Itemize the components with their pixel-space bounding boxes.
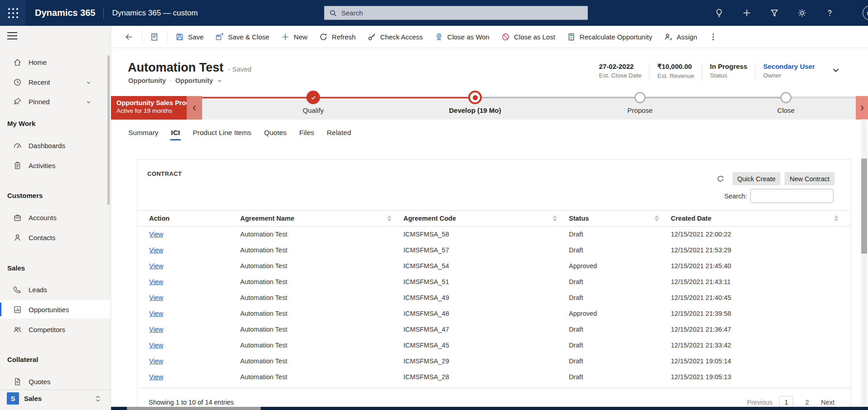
- column-header-status[interactable]: Status: [569, 211, 671, 227]
- more-vertical-button[interactable]: [703, 29, 723, 44]
- sidebar-item-accounts[interactable]: Accounts: [0, 208, 111, 227]
- area-switcher[interactable]: S Sales: [0, 390, 111, 407]
- waffle-menu-icon[interactable]: [0, 0, 26, 26]
- previous-page-button[interactable]: Previous: [747, 399, 772, 406]
- contract-actions: Quick CreateNew Contract: [717, 172, 834, 185]
- bpf-stage-label[interactable]: Develop (19 Mo): [449, 106, 501, 114]
- header-expand-chevron-icon[interactable]: [831, 65, 841, 75]
- view-link[interactable]: View: [149, 326, 163, 333]
- tab-product-line-items[interactable]: Product Line Items: [186, 120, 257, 146]
- bpf-stage-label[interactable]: Propose: [627, 106, 653, 114]
- column-header-agreement-name[interactable]: Agreement Name: [240, 211, 403, 227]
- sidebar-scrollbar[interactable]: [107, 55, 110, 205]
- chevron-down-icon[interactable]: [86, 79, 92, 85]
- sidebar-item-leads[interactable]: Leads: [0, 280, 111, 299]
- column-header-created-date[interactable]: Created Date: [671, 211, 850, 227]
- bpf-stage-label[interactable]: Qualify: [303, 106, 324, 114]
- bpf-collapse-chevron-icon[interactable]: [187, 96, 202, 120]
- cell-status: Draft: [569, 338, 671, 353]
- sidebar-item-home[interactable]: Home: [0, 53, 111, 71]
- save-button[interactable]: Save: [170, 29, 209, 44]
- next-page-button[interactable]: Next: [821, 399, 834, 406]
- bpf-stage-completed-check-icon[interactable]: [306, 91, 320, 104]
- tab-files[interactable]: Files: [293, 120, 320, 146]
- form-selector[interactable]: Opportunity: [175, 77, 213, 84]
- form-button[interactable]: [144, 29, 165, 44]
- lightbulb-icon[interactable]: [714, 8, 724, 18]
- view-link[interactable]: View: [149, 373, 163, 381]
- bpf-process-name[interactable]: Opportunity Sales Process Active for 19 …: [111, 96, 187, 120]
- table-search-input[interactable]: [750, 189, 834, 203]
- global-search-box[interactable]: Search: [324, 6, 588, 20]
- view-link[interactable]: View: [149, 246, 163, 254]
- sidebar-item-contacts[interactable]: Contacts: [0, 228, 111, 246]
- environment-name[interactable]: Dynamics 365 — custom: [112, 9, 198, 18]
- header-field-owner[interactable]: Secondary UserOwner: [763, 63, 815, 79]
- add-icon[interactable]: [742, 8, 752, 18]
- horizontal-scrollbar[interactable]: [111, 407, 868, 410]
- sort-arrows-icon[interactable]: [834, 215, 839, 222]
- check-access-button[interactable]: Check Access: [362, 29, 429, 44]
- sidebar-item-dashboards[interactable]: Dashboards: [0, 136, 111, 154]
- refresh-icon[interactable]: [717, 175, 724, 183]
- save-close-button[interactable]: Save & Close: [209, 29, 275, 44]
- cell-agreement-name: Automation Test: [240, 242, 403, 258]
- tab-related[interactable]: Related: [320, 120, 357, 146]
- quick-create-button[interactable]: Quick Create: [732, 172, 781, 185]
- back-arrow-button[interactable]: [119, 29, 139, 44]
- sort-arrows-icon[interactable]: [655, 215, 659, 222]
- view-link[interactable]: View: [149, 231, 163, 238]
- bpf-stage-label[interactable]: Close: [777, 106, 795, 114]
- sidebar-item-recent[interactable]: Recent: [0, 73, 111, 91]
- cell-agreement-code: ICMSFMSA_49: [403, 290, 569, 306]
- cell-action: View: [138, 353, 240, 369]
- sort-arrows-icon[interactable]: [387, 215, 392, 222]
- sidebar-item-competitors[interactable]: Competitors: [0, 320, 111, 338]
- close-as-lost-button[interactable]: Close as Lost: [495, 29, 561, 44]
- hamburger-menu-icon[interactable]: [7, 32, 17, 39]
- save-status: - Saved: [228, 65, 252, 73]
- sidebar-item-pinned[interactable]: Pinned: [0, 92, 111, 111]
- bpf-stage-upcoming-marker[interactable]: [635, 92, 646, 103]
- user-avatar[interactable]: mi: [863, 5, 868, 20]
- sort-arrows-icon[interactable]: [553, 215, 557, 222]
- new-button[interactable]: New: [275, 29, 313, 44]
- assign-button[interactable]: Assign: [658, 29, 703, 44]
- sidebar-item-label: Pinned: [29, 98, 50, 106]
- refresh-button[interactable]: Refresh: [313, 29, 362, 44]
- sidebar-item-opportunities[interactable]: Opportunities: [0, 300, 111, 318]
- tab-quotes[interactable]: Quotes: [257, 120, 293, 146]
- cell-agreement-name: Automation Test: [240, 274, 403, 290]
- vertical-scrollbar[interactable]: [861, 119, 867, 407]
- recalculate-opportunity-button[interactable]: Recalculate Opportunity: [561, 29, 658, 44]
- field-value[interactable]: Secondary User: [763, 63, 815, 70]
- sidebar-group-customers: Customers: [0, 186, 111, 204]
- chevron-down-icon[interactable]: [86, 99, 92, 105]
- view-link[interactable]: View: [149, 278, 163, 285]
- view-link[interactable]: View: [149, 262, 163, 270]
- bpf-stage-upcoming-marker[interactable]: [781, 92, 792, 103]
- view-link[interactable]: View: [149, 310, 163, 317]
- new-contract-button[interactable]: New Contract: [785, 172, 834, 185]
- cell-status: Approved: [569, 306, 671, 322]
- tab-summary[interactable]: Summary: [122, 120, 165, 146]
- close-as-won-button[interactable]: Close as Won: [429, 29, 495, 44]
- vertical-scrollbar-thumb[interactable]: [861, 159, 867, 254]
- sidebar-item-activities[interactable]: Activities: [0, 156, 111, 174]
- help-icon[interactable]: [825, 8, 834, 18]
- view-link[interactable]: View: [149, 342, 163, 349]
- bpf-scroll-right-chevron-icon[interactable]: [856, 96, 868, 120]
- filter-icon[interactable]: [770, 8, 779, 18]
- sidebar-item-quotes[interactable]: Quotes: [0, 372, 111, 391]
- area-switcher-chevrons-icon[interactable]: [95, 395, 101, 403]
- form-selector-chevron-icon[interactable]: [217, 78, 223, 84]
- tab-ici[interactable]: ICI: [165, 120, 186, 146]
- view-link[interactable]: View: [149, 357, 163, 365]
- horizontal-scrollbar-thumb[interactable]: [127, 407, 261, 410]
- settings-gear-icon[interactable]: [797, 8, 807, 18]
- contract-section: CONTRACT Quick CreateNew Contract Search…: [137, 159, 851, 410]
- column-header-agreement-code[interactable]: Agreement Code: [403, 211, 569, 227]
- view-link[interactable]: View: [149, 294, 163, 301]
- bpf-stage-current-marker[interactable]: [468, 91, 482, 104]
- clipboard-icon: [13, 161, 22, 170]
